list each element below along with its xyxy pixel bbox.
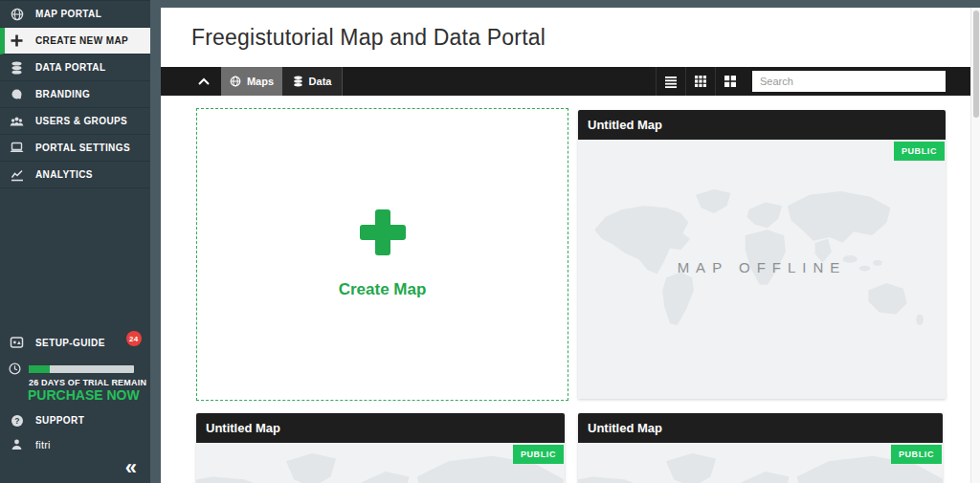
support-label: SUPPORT [35,415,84,426]
grid-view-button[interactable] [685,67,715,96]
sidebar-item-label: USERS & GROUPS [35,116,127,126]
sidebar-item-label: DATA PORTAL [35,62,105,73]
large-grid-view-icon [724,75,737,88]
map-card-title: Untitled Map [588,421,662,435]
map-card[interactable]: Untitled Map PUBLIC [578,413,943,483]
sidebar-item-label: MAP PORTAL [35,9,101,19]
scrollbar-thumb[interactable] [973,11,979,118]
map-preview[interactable]: PUBLIC [196,443,565,483]
grid-view-icon [694,75,707,88]
setup-guide-icon [10,336,24,350]
list-view-icon [664,76,678,88]
sidebar-item-analytics[interactable]: ANALYTICS [0,162,150,188]
sidebar-item-setup-guide[interactable]: SETUP-GUIDE 24 [0,335,160,350]
sidebar-item-label: CREATE NEW MAP [35,35,128,46]
sidebar-item-label: BRANDING [35,89,90,99]
map-card-header[interactable]: Untitled Map [578,413,943,443]
map-offline-label: MAP OFFLINE [578,259,946,275]
notification-badge[interactable]: 24 [126,331,142,346]
sidebar-item-map-portal[interactable]: MAP PORTAL [0,1,150,28]
users-icon [10,114,24,128]
sidebar-item-label: PORTAL SETTINGS [35,143,130,153]
search-input[interactable] [752,71,946,92]
map-preview[interactable]: PUBLIC [578,443,943,483]
scrollbar[interactable] [970,8,980,483]
map-preview[interactable]: PUBLIC [578,140,946,399]
collapse-toolbar-button[interactable] [187,67,221,96]
map-card-title: Untitled Map [588,118,662,132]
chevron-up-icon [197,77,211,86]
collapse-icon: « [125,455,137,479]
trial-remaining-label: 26 DAYS OF TRIAL REMAIN [29,378,146,387]
sidebar-item-users-groups[interactable]: USERS & GROUPS [0,108,150,135]
map-card-header[interactable]: Untitled Map [196,413,565,443]
public-badge: PUBLIC [513,445,564,464]
user-name-label: fitri [35,439,51,450]
laptop-icon [10,141,24,155]
person-icon [10,437,24,451]
globe-icon [10,7,24,21]
frame-divider-top [150,0,980,8]
sidebar-item-support[interactable]: ? SUPPORT [0,413,160,428]
toolbar-spacer [343,67,656,96]
create-map-tile[interactable]: Create Map [196,108,568,401]
world-map-image [578,443,943,483]
public-badge: PUBLIC [891,445,942,464]
sidebar-item-create-new-map[interactable]: CREATE NEW MAP [0,28,150,55]
clock-icon [9,362,21,375]
page-title: Freegistutorial Map and Data Portal [191,25,546,51]
sidebar-item-branding[interactable]: BRANDING [0,81,150,108]
sidebar-item-label: ANALYTICS [35,169,93,180]
map-card-header[interactable]: Untitled Map [578,110,946,140]
branding-icon [10,87,24,101]
svg-text:?: ? [14,416,20,426]
world-map-image [196,443,565,483]
trial-progress [29,365,134,373]
help-icon: ? [10,413,24,428]
large-grid-view-button[interactable] [715,67,745,96]
search-wrap [752,67,946,96]
database-icon [293,76,303,87]
sidebar-item-portal-settings[interactable]: PORTAL SETTINGS [0,135,150,162]
globe-icon [230,76,241,87]
analytics-icon [10,167,24,182]
trial-progress-fill [29,365,50,373]
main-panel: Freegistutorial Map and Data Portal Maps… [161,8,970,483]
app-window: MAP PORTAL CREATE NEW MAP DATA PORTAL BR… [0,0,980,483]
plus-icon [360,209,406,255]
frame-divider-vertical [150,0,161,483]
plus-icon [10,33,24,48]
sidebar-menu: MAP PORTAL CREATE NEW MAP DATA PORTAL BR… [0,0,150,188]
database-icon [10,60,24,75]
create-map-label: Create Map [339,280,427,299]
map-card[interactable]: Untitled Map PUBLIC [578,110,946,399]
collapse-sidebar-button[interactable]: « [125,457,137,478]
sidebar: MAP PORTAL CREATE NEW MAP DATA PORTAL BR… [0,0,150,483]
purchase-now-link[interactable]: PURCHASE NOW [28,387,140,403]
tab-maps[interactable]: Maps [221,67,282,96]
toolbar: Maps Data [161,67,970,96]
tab-label: Maps [247,76,274,87]
tab-label: Data [309,76,332,87]
sidebar-item-data-portal[interactable]: DATA PORTAL [0,55,150,81]
sidebar-item-user[interactable]: fitri [0,437,160,451]
public-badge: PUBLIC [894,142,945,161]
list-view-button[interactable] [656,67,685,96]
map-card[interactable]: Untitled Map PUBLIC [196,413,565,483]
map-card-title: Untitled Map [206,421,280,435]
setup-guide-label: SETUP-GUIDE [35,338,105,348]
tab-data[interactable]: Data [282,67,343,96]
